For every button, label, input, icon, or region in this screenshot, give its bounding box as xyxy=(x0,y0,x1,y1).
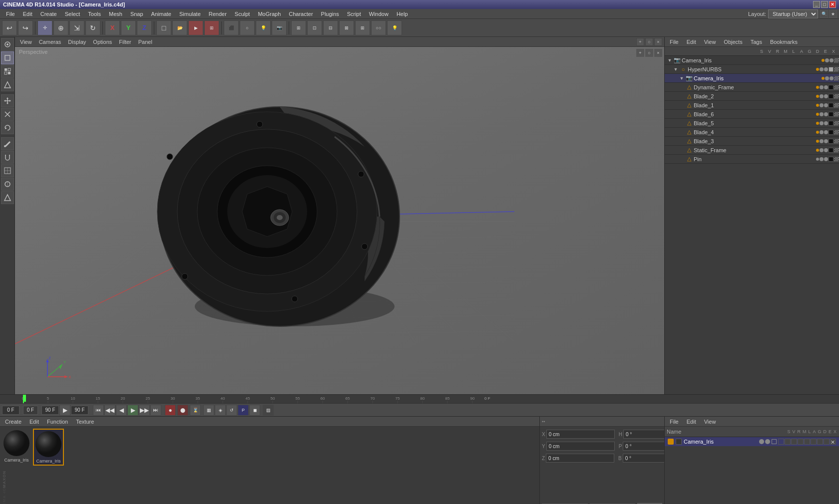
floor-btn[interactable]: ⬛ xyxy=(224,20,239,35)
keyframe-btn[interactable]: ⌛ xyxy=(190,405,201,416)
selected-object-row[interactable]: Camera_Iris ✕ xyxy=(665,437,839,446)
coord-x-input[interactable] xyxy=(546,430,615,439)
tree-item-blade-6[interactable]: △ Blade_6 xyxy=(665,110,839,119)
vp-icon-3[interactable]: × xyxy=(654,38,662,46)
obj-prop-menu-edit[interactable]: Edit xyxy=(684,418,699,426)
tree-item-camera-iris-child[interactable]: ▼ 📷 Camera_Iris xyxy=(665,74,839,83)
mixer-btn[interactable]: ▨ xyxy=(263,405,274,416)
menu-create[interactable]: Create xyxy=(36,10,61,18)
vp-lock-btn[interactable]: ○ xyxy=(645,49,653,57)
record-btn[interactable]: ● xyxy=(165,405,176,416)
vp-close-btn[interactable]: × xyxy=(654,49,662,57)
motion-sys-btn[interactable]: ◼ xyxy=(249,405,260,416)
cycle-btn[interactable]: ↺ xyxy=(226,405,237,416)
select-tool[interactable]: ✛ xyxy=(37,20,52,35)
render-active-btn[interactable]: ▶ xyxy=(188,20,203,35)
vp-menu-display[interactable]: Display xyxy=(65,38,89,46)
material-item-1[interactable]: Camera_Iris xyxy=(2,429,31,466)
tool-camera-nav[interactable] xyxy=(1,38,14,51)
end-frame2-input[interactable] xyxy=(71,406,88,415)
menu-character[interactable]: Character xyxy=(285,10,317,18)
minimize-button[interactable]: _ xyxy=(813,1,820,8)
motion-btn[interactable]: ▦ xyxy=(203,405,214,416)
tree-item-blade-4[interactable]: △ Blade_4 xyxy=(665,128,839,137)
timeline[interactable]: 0 5 10 15 20 25 30 35 40 45 50 55 60 65 … xyxy=(0,394,839,403)
stereo-btn[interactable]: ⊞ xyxy=(355,20,370,35)
window-controls[interactable]: _ □ ✕ xyxy=(813,1,836,8)
mat-menu-edit[interactable]: Edit xyxy=(26,418,42,426)
tree-item-camera-iris-root[interactable]: ▼ 📷 Camera_Iris xyxy=(665,56,839,65)
menu-plugins[interactable]: Plugins xyxy=(317,10,343,18)
tree-item-static-frame[interactable]: △ Static_Frame xyxy=(665,146,839,155)
maximize-button[interactable]: □ xyxy=(821,1,828,8)
vp-menu-options[interactable]: Options xyxy=(90,38,115,46)
tool-paint[interactable] xyxy=(1,137,14,150)
go-start-btn[interactable]: ⏮ xyxy=(93,405,104,416)
obj-menu-tags[interactable]: Tags xyxy=(748,38,765,46)
frame-counter[interactable] xyxy=(23,406,38,415)
obj-menu-edit[interactable]: Edit xyxy=(684,38,699,46)
tool-scale2[interactable] xyxy=(1,108,14,121)
vp-menu-panel[interactable]: Panel xyxy=(135,38,155,46)
obj-menu-view[interactable]: View xyxy=(701,38,719,46)
tool-texture[interactable] xyxy=(1,65,14,78)
tree-item-hypernurbs[interactable]: ▼ ○ HyperNURBS xyxy=(665,65,839,74)
auto-key-btn[interactable]: ⬤ xyxy=(177,405,188,416)
menu-simulate[interactable]: Simulate xyxy=(175,10,205,18)
close-button[interactable]: ✕ xyxy=(829,1,836,8)
3d-viewport[interactable]: Y X Z Perspective + ○ × xyxy=(15,47,664,394)
snap-btn[interactable]: ⊡ xyxy=(307,20,322,35)
tool-subdivision[interactable] xyxy=(1,164,14,177)
new-scene-btn[interactable]: □ xyxy=(156,20,171,35)
tool-magnet[interactable] xyxy=(1,151,14,164)
expand-icon[interactable]: ▼ xyxy=(679,75,685,81)
close-icon[interactable]: ✕ xyxy=(830,439,836,445)
pla-btn[interactable]: P xyxy=(238,405,249,416)
mat-menu-texture[interactable]: Texture xyxy=(73,418,97,426)
menu-script[interactable]: Script xyxy=(343,10,365,18)
tree-item-blade-2[interactable]: △ Blade_2 xyxy=(665,92,839,101)
prev-frame-btn[interactable]: ◀◀ xyxy=(104,405,115,416)
coord-y-input[interactable] xyxy=(546,442,615,451)
redo-button[interactable]: ↪ xyxy=(18,20,33,35)
floor2-btn[interactable]: ⊟ xyxy=(323,20,338,35)
x-axis-btn[interactable]: X xyxy=(105,20,120,35)
layout-dropdown[interactable]: Startup (User) xyxy=(768,9,818,18)
object-btn[interactable]: ○ xyxy=(240,20,255,35)
grid-btn[interactable]: ⊞ xyxy=(291,20,306,35)
material-item-2[interactable]: Camera_Iris xyxy=(33,429,64,466)
menu-sculpt[interactable]: Sculpt xyxy=(231,10,254,18)
menu-select[interactable]: Select xyxy=(61,10,84,18)
vp-menu-filter[interactable]: Filter xyxy=(116,38,134,46)
vp-icon-1[interactable]: + xyxy=(636,38,644,46)
obj-prop-menu-file[interactable]: File xyxy=(667,418,682,426)
end-frame-input[interactable] xyxy=(41,406,59,415)
obj-menu-file[interactable]: File xyxy=(667,38,682,46)
tool-model[interactable] xyxy=(1,51,14,64)
menu-render[interactable]: Render xyxy=(205,10,231,18)
move-tool[interactable]: ⊕ xyxy=(53,20,68,35)
expand-icon[interactable]: ▼ xyxy=(673,66,679,72)
tool-symmetry[interactable] xyxy=(1,178,14,191)
set-end-btn[interactable]: ▶ xyxy=(59,405,70,416)
rotate-tool[interactable]: ↻ xyxy=(85,20,100,35)
vp-menu-view[interactable]: View xyxy=(17,38,35,46)
vp-menu-cameras[interactable]: Cameras xyxy=(36,38,64,46)
obj-menu-bookmarks[interactable]: Bookmarks xyxy=(767,38,801,46)
light-btn[interactable]: 💡 xyxy=(256,20,271,35)
mat-menu-create[interactable]: Create xyxy=(2,418,24,426)
menu-mograph[interactable]: MoGraph xyxy=(254,10,285,18)
play-back-btn[interactable]: ◀ xyxy=(116,405,127,416)
vr-btn[interactable]: ○○ xyxy=(371,20,386,35)
bookmark-icon[interactable]: ★ xyxy=(829,10,837,18)
tree-item-pin[interactable]: △ Pin xyxy=(665,155,839,164)
render2-btn[interactable]: ⊠ xyxy=(339,20,354,35)
tree-item-dynamic-frame[interactable]: △ Dynamic_Frame xyxy=(665,83,839,92)
render-to-pic-btn[interactable]: ⊞ xyxy=(204,20,219,35)
expand-icon[interactable]: ▼ xyxy=(667,57,673,63)
open-btn[interactable]: 📂 xyxy=(172,20,187,35)
tool-axis[interactable] xyxy=(1,78,14,91)
vp-maximize-btn[interactable]: + xyxy=(636,49,644,57)
current-frame-input[interactable] xyxy=(2,406,19,415)
obj-prop-menu-view[interactable]: View xyxy=(701,418,719,426)
